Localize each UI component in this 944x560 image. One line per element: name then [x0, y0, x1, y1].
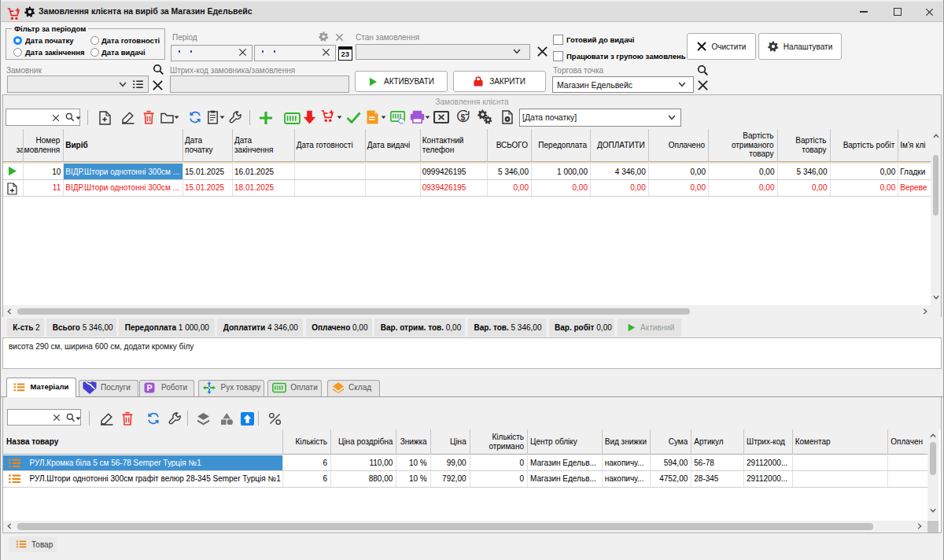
- svg-text:P: P: [146, 382, 152, 392]
- svg-text:$: $: [460, 112, 465, 122]
